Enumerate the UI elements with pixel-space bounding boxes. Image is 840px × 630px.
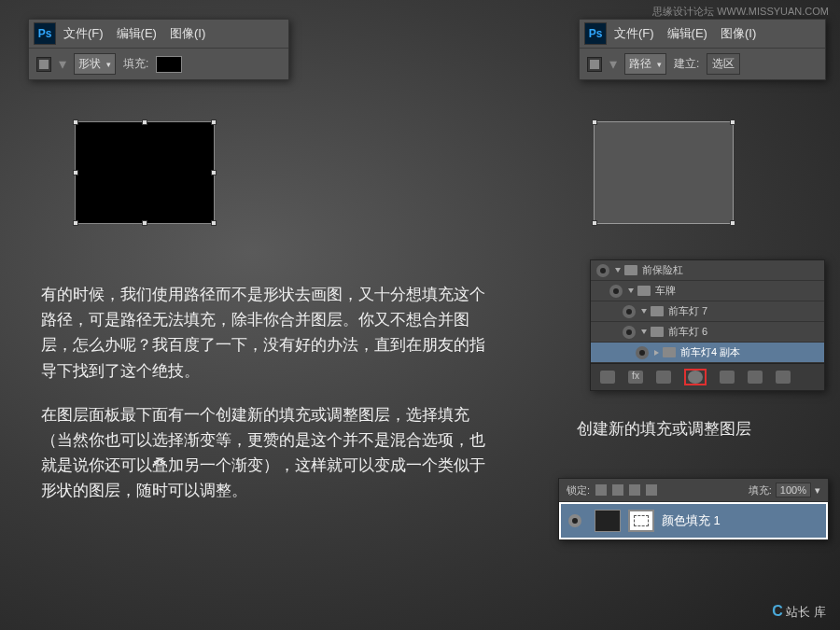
layer-name: 前保险杠 xyxy=(642,263,683,277)
caption-text: 创建新的填充或调整图层 xyxy=(577,418,751,440)
folder-icon xyxy=(624,265,637,275)
menu-image[interactable]: 图像(I) xyxy=(721,25,756,42)
fill-label: 填充: xyxy=(123,56,148,72)
triangle-down-icon[interactable] xyxy=(628,288,634,293)
fx-icon[interactable]: fx xyxy=(628,371,643,384)
fill-opacity[interactable]: 填充: 100% ▾ xyxy=(749,483,820,497)
canvas-shape-filled[interactable] xyxy=(75,121,215,224)
body-text: 有的时候，我们使用路径而不是形状去画图，又十分想填充这个路径，可是路径无法填充，… xyxy=(41,282,498,523)
triangle-down-icon[interactable] xyxy=(641,329,647,334)
new-layer-icon[interactable] xyxy=(748,371,763,384)
eye-icon[interactable] xyxy=(609,285,623,298)
link-icon[interactable] xyxy=(600,371,615,384)
lock-row: 锁定: 填充: 100% ▾ xyxy=(559,479,828,502)
mask-icon[interactable] xyxy=(656,371,671,384)
menu-file[interactable]: 文件(F) xyxy=(63,25,104,42)
eye-icon[interactable] xyxy=(596,264,609,277)
highlight-box xyxy=(684,369,707,385)
layer-row[interactable]: 前保险杠 xyxy=(591,260,824,281)
layer-name: 前车灯 6 xyxy=(668,325,707,339)
ps-logo-icon[interactable]: Ps xyxy=(34,22,56,45)
layer-row[interactable]: 前车灯 6 xyxy=(591,322,824,343)
layer-row[interactable]: 车牌 xyxy=(591,281,824,301)
eye-icon[interactable] xyxy=(623,305,636,318)
trash-icon[interactable] xyxy=(776,371,791,384)
triangle-right-icon[interactable] xyxy=(654,350,659,356)
watermark-top: 思缘设计论坛 WWW.MISSYUAN.COM xyxy=(652,5,829,19)
menu-image[interactable]: 图像(I) xyxy=(170,25,205,42)
folder-icon xyxy=(651,306,664,316)
handle-icon[interactable] xyxy=(592,119,597,125)
layer-row-selected[interactable]: 前车灯4 副本 xyxy=(591,343,824,363)
layers-panel-2: 锁定: 填充: 100% ▾ 颜色填充 1 xyxy=(558,478,829,540)
eye-icon[interactable] xyxy=(636,346,649,359)
menu-edit[interactable]: 编辑(E) xyxy=(667,25,707,42)
layer-thumbnail-icon[interactable] xyxy=(595,510,621,532)
layer-mask-icon[interactable] xyxy=(628,510,654,532)
folder-icon xyxy=(663,347,676,357)
handle-icon[interactable] xyxy=(730,220,735,226)
eye-icon[interactable] xyxy=(568,514,581,527)
lock-position-icon[interactable] xyxy=(629,484,640,496)
layers-panel: 前保险杠 车牌 前车灯 7 前车灯 6 前车灯4 副本 fx xyxy=(590,259,825,391)
panel-footer: fx xyxy=(591,363,824,390)
mode-dropdown[interactable]: 路径 ▾ xyxy=(624,53,666,75)
layer-row[interactable]: 前车灯 7 xyxy=(591,301,824,322)
separator-icon: ▾ xyxy=(59,55,66,73)
handle-icon[interactable] xyxy=(142,220,147,226)
options-bar: ▾ 形状 ▾ 填充: xyxy=(29,49,288,79)
eye-icon[interactable] xyxy=(623,326,636,339)
lock-transparent-icon[interactable] xyxy=(595,484,607,496)
handle-icon[interactable] xyxy=(211,170,217,175)
layer-name: 车牌 xyxy=(655,284,676,298)
fill-swatch[interactable] xyxy=(156,56,182,73)
layer-name: 颜色填充 1 xyxy=(662,512,721,529)
chevron-down-icon: ▾ xyxy=(106,60,111,69)
menu-edit[interactable]: 编辑(E) xyxy=(117,25,157,42)
ps-menu-left: Ps 文件(F) 编辑(E) 图像(I) ▾ 形状 ▾ 填充: xyxy=(28,19,289,80)
folder-icon xyxy=(651,327,664,337)
mode-label: 形状 xyxy=(78,56,101,72)
handle-icon[interactable] xyxy=(142,119,147,125)
handle-icon[interactable] xyxy=(592,220,597,226)
rectangle-tool-icon[interactable] xyxy=(36,57,51,72)
ps-logo-icon[interactable]: Ps xyxy=(584,22,607,45)
fill-value[interactable]: 100% xyxy=(776,483,811,497)
separator-icon: ▾ xyxy=(609,55,617,73)
canvas-path-outline[interactable] xyxy=(594,121,734,224)
logo-c-icon: C xyxy=(772,603,783,619)
color-fill-layer[interactable]: 颜色填充 1 xyxy=(559,502,828,539)
watermark-bottom-text: 站长 库 xyxy=(786,605,826,619)
paragraph-1: 有的时候，我们使用路径而不是形状去画图，又十分想填充这个路径，可是路径无法填充，… xyxy=(41,282,498,384)
chevron-down-icon: ▾ xyxy=(657,60,662,69)
fill-label: 填充: xyxy=(749,483,772,497)
layer-name: 前车灯 7 xyxy=(668,304,707,318)
menu-row-top-r: Ps 文件(F) 编辑(E) 图像(I) xyxy=(580,20,825,49)
rectangle-tool-icon[interactable] xyxy=(587,57,602,72)
handle-icon[interactable] xyxy=(730,119,735,125)
watermark-bottom: C 站长 库 xyxy=(772,603,826,621)
paragraph-2: 在图层面板最下面有一个创建新的填充或调整图层，选择填充（当然你也可以选择渐变等，… xyxy=(41,402,498,504)
handle-icon[interactable] xyxy=(73,220,78,226)
adjustment-layer-icon[interactable] xyxy=(688,371,703,384)
chevron-down-icon[interactable]: ▾ xyxy=(815,484,820,497)
layer-name: 前车灯4 副本 xyxy=(680,345,740,359)
triangle-down-icon[interactable] xyxy=(641,309,647,314)
lock-label: 锁定: xyxy=(567,483,590,497)
selection-button[interactable]: 选区 xyxy=(707,53,740,75)
handle-icon[interactable] xyxy=(211,220,217,226)
menu-file[interactable]: 文件(F) xyxy=(614,25,654,42)
menu-row-top: Ps 文件(F) 编辑(E) 图像(I) xyxy=(29,20,288,49)
options-bar-r: ▾ 路径 ▾ 建立: 选区 xyxy=(580,49,825,79)
lock-all-icon[interactable] xyxy=(646,484,657,496)
triangle-down-icon[interactable] xyxy=(615,268,621,273)
ps-menu-right: Ps 文件(F) 编辑(E) 图像(I) ▾ 路径 ▾ 建立: 选区 xyxy=(579,19,826,80)
group-icon[interactable] xyxy=(720,371,735,384)
handle-icon[interactable] xyxy=(73,119,78,125)
create-label: 建立: xyxy=(674,56,699,72)
handle-icon[interactable] xyxy=(73,170,78,175)
mode-dropdown[interactable]: 形状 ▾ xyxy=(74,53,116,75)
handle-icon[interactable] xyxy=(211,119,217,125)
mode-label: 路径 xyxy=(629,56,651,72)
lock-pixels-icon[interactable] xyxy=(612,484,623,496)
